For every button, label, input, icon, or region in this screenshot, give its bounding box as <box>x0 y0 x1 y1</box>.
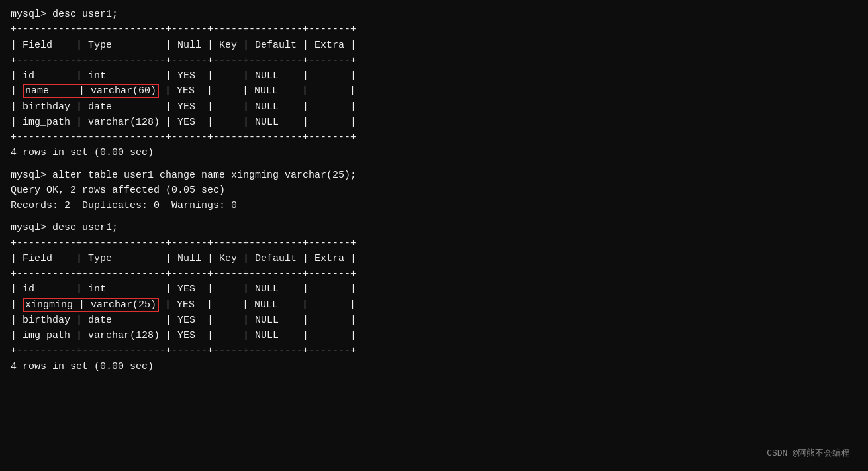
line-1: mysql> desc user1; <box>11 7 857 22</box>
line-14: Records: 2 Duplicates: 0 Warnings: 0 <box>11 198 857 213</box>
line-16: mysql> desc user1; <box>11 220 857 235</box>
line-25: 4 rows in set (0.00 sec) <box>11 359 857 374</box>
line-24: +----------+--------------+------+-----+… <box>11 343 857 358</box>
line-9: +----------+--------------+------+-----+… <box>11 130 857 145</box>
line-6: | name | varchar(60) | YES | | NULL | | <box>11 83 857 99</box>
line-23: | img_path | varchar(128) | YES | | NULL… <box>11 328 857 343</box>
line-2: +----------+--------------+------+-----+… <box>11 22 857 37</box>
line-20: | id | int | YES | | NULL | | <box>11 282 857 297</box>
line-21: | xingming | varchar(25) | YES | | NULL … <box>11 297 857 313</box>
line-4: +----------+--------------+------+-----+… <box>11 53 857 68</box>
line-22: | birthday | date | YES | | NULL | | <box>11 313 857 328</box>
line-12: mysql> alter table user1 change name xin… <box>11 168 857 183</box>
line-19: +----------+--------------+------+-----+… <box>11 266 857 282</box>
line-18: | Field | Type | Null | Key | Default | … <box>11 251 857 266</box>
line-10: 4 rows in set (0.00 sec) <box>11 145 857 160</box>
spacer-2 <box>11 213 857 220</box>
highlight-name-row: name | varchar(60) <box>23 84 159 98</box>
line-3: | Field | Type | Null | Key | Default | … <box>11 38 857 53</box>
watermark: CSDN @阿熊不会编程 <box>767 447 849 459</box>
line-17: +----------+--------------+------+-----+… <box>11 236 857 251</box>
line-5: | id | int | YES | | NULL | | <box>11 68 857 83</box>
line-13: Query OK, 2 rows affected (0.05 sec) <box>11 183 857 198</box>
terminal: mysql> desc user1; +----------+---------… <box>11 7 857 464</box>
highlight-xingming-row: xingming | varchar(25) <box>23 298 159 312</box>
spacer-1 <box>11 161 857 168</box>
line-7: | birthday | date | YES | | NULL | | <box>11 99 857 115</box>
line-8: | img_path | varchar(128) | YES | | NULL… <box>11 115 857 130</box>
